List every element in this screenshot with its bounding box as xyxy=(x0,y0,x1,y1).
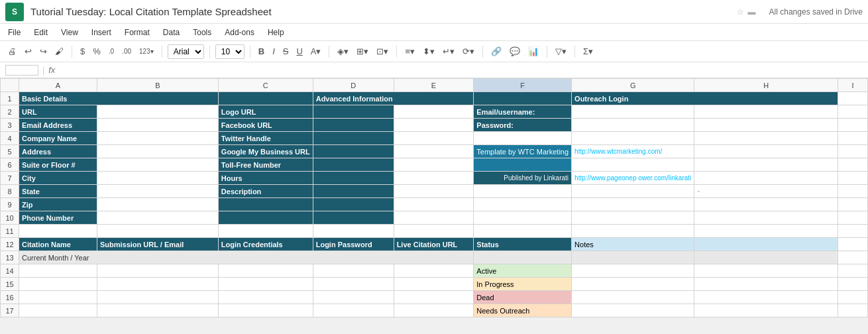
linkarati-link[interactable]: http://www.pageonep ower.com/linkarati xyxy=(572,172,694,185)
menu-data[interactable]: Data xyxy=(160,27,182,38)
r15-c[interactable] xyxy=(218,278,313,291)
password-label[interactable]: Password: xyxy=(474,119,572,132)
email-username-label[interactable]: Email/username: xyxy=(474,105,572,119)
state-value[interactable] xyxy=(97,185,218,198)
phone-value[interactable] xyxy=(97,211,218,225)
city-label[interactable]: City xyxy=(19,172,97,185)
menu-insert[interactable]: Insert xyxy=(89,27,114,38)
zip-value[interactable] xyxy=(97,198,218,211)
menu-edit[interactable]: Edit xyxy=(31,27,50,38)
description-label[interactable]: Description xyxy=(218,185,313,198)
suite-label[interactable]: Suite or Floor # xyxy=(19,158,97,172)
menu-tools[interactable]: Tools xyxy=(190,27,214,38)
login-credentials-col[interactable]: Login Credentials xyxy=(218,238,313,251)
city-value[interactable] xyxy=(97,172,218,185)
current-month-cell[interactable]: Current Month / Year xyxy=(19,251,474,264)
redo-button[interactable]: ↪ xyxy=(37,45,50,58)
bold-button[interactable]: B xyxy=(256,45,267,58)
font-select[interactable]: Arial xyxy=(168,44,204,59)
r16-e[interactable] xyxy=(394,291,474,304)
r15-b[interactable] xyxy=(97,278,218,291)
r15-d[interactable] xyxy=(313,278,394,291)
font-size-select[interactable]: 10 xyxy=(215,44,244,59)
r14-c[interactable] xyxy=(218,264,313,278)
citation-name-col[interactable]: Citation Name xyxy=(19,238,97,251)
notes-col[interactable]: Notes xyxy=(572,238,694,251)
state-label[interactable]: State xyxy=(19,185,97,198)
undo-button[interactable]: ↩ xyxy=(22,45,34,58)
col-header-D[interactable]: D xyxy=(313,79,394,92)
menu-format[interactable]: Format xyxy=(122,27,152,38)
spreadsheet-container[interactable]: A B C D E F G H I 1 Basic Details Advanc… xyxy=(0,78,868,317)
r16-d[interactable] xyxy=(313,291,394,304)
filter-button[interactable]: ▽▾ xyxy=(553,45,569,58)
strikethrough-button[interactable]: S xyxy=(280,45,292,58)
r16-a[interactable] xyxy=(19,291,97,304)
phone-label[interactable]: Phone Number xyxy=(19,211,97,225)
cell-reference-input[interactable] xyxy=(5,65,38,76)
col-header-I[interactable]: I xyxy=(838,79,868,92)
email-username-value[interactable] xyxy=(572,105,694,119)
r17-g[interactable] xyxy=(572,304,694,317)
fill-color-button[interactable]: ◈▾ xyxy=(335,45,351,58)
italic-button[interactable]: I xyxy=(270,45,278,58)
align-v-button[interactable]: ⬍▾ xyxy=(420,45,437,58)
password-value[interactable] xyxy=(572,119,694,132)
format-button[interactable]: 123▾ xyxy=(136,46,156,56)
menu-view[interactable]: View xyxy=(58,27,81,38)
login-password-col[interactable]: Login Password xyxy=(313,238,394,251)
status-active-cell[interactable]: Active xyxy=(474,264,572,278)
r14-d[interactable] xyxy=(313,264,394,278)
rotate-button[interactable]: ⟳▾ xyxy=(460,45,477,58)
decimal-decrease-button[interactable]: .0 xyxy=(106,46,117,56)
wrap-button[interactable]: ↵▾ xyxy=(440,45,457,58)
live-citation-col[interactable]: Live Citation URL xyxy=(394,238,474,251)
borders-button[interactable]: ⊞▾ xyxy=(354,45,371,58)
gmb-label[interactable]: Google My Business URL xyxy=(218,145,313,158)
col-header-A[interactable]: A xyxy=(19,79,97,92)
r15-g[interactable] xyxy=(572,278,694,291)
text-color-button[interactable]: A▾ xyxy=(308,45,324,58)
r14-a[interactable] xyxy=(19,264,97,278)
col-header-C[interactable]: C xyxy=(218,79,313,92)
menu-file[interactable]: File xyxy=(5,27,23,38)
link-button[interactable]: 🔗 xyxy=(488,45,504,58)
r17-a[interactable] xyxy=(19,304,97,317)
folder-icon[interactable]: ▬ xyxy=(748,7,756,17)
email-address-label[interactable]: Email Address xyxy=(19,119,97,132)
address-value[interactable] xyxy=(97,145,218,158)
comment-button[interactable]: 💬 xyxy=(507,45,523,58)
percent-button[interactable]: % xyxy=(90,45,103,58)
r15-e[interactable] xyxy=(394,278,474,291)
basic-details-cell[interactable]: Basic Details xyxy=(19,92,219,105)
r14-e[interactable] xyxy=(394,264,474,278)
address-label[interactable]: Address xyxy=(19,145,97,158)
zip-label[interactable]: Zip xyxy=(19,198,97,211)
r16-b[interactable] xyxy=(97,291,218,304)
url-value[interactable] xyxy=(97,105,218,119)
facebook-url-label[interactable]: Facebook URL xyxy=(218,119,313,132)
star-icon[interactable]: ☆ xyxy=(737,7,744,17)
submission-url-col[interactable]: Submission URL / Email xyxy=(97,238,218,251)
outreach-login-cell[interactable]: Outreach Login xyxy=(572,92,838,105)
r17-d[interactable] xyxy=(313,304,394,317)
col-header-B[interactable]: B xyxy=(97,79,218,92)
hours-label[interactable]: Hours xyxy=(218,172,313,185)
status-inprogress-cell[interactable]: In Progress xyxy=(474,278,572,291)
company-name-value[interactable] xyxy=(97,132,218,145)
underline-button[interactable]: U xyxy=(294,45,305,58)
paint-format-button[interactable]: 🖌 xyxy=(52,45,66,58)
advanced-info-cell[interactable]: Advanced Information xyxy=(313,92,474,105)
logo-url-label[interactable]: Logo URL xyxy=(218,105,313,119)
col-header-H[interactable]: H xyxy=(694,79,838,92)
print-button[interactable]: 🖨 xyxy=(5,45,19,58)
company-name-label[interactable]: Company Name xyxy=(19,132,97,145)
r17-b[interactable] xyxy=(97,304,218,317)
r14-g[interactable] xyxy=(572,264,694,278)
suite-value[interactable] xyxy=(97,158,218,172)
currency-button[interactable]: $ xyxy=(78,45,87,58)
chart-button[interactable]: 📊 xyxy=(525,45,541,58)
align-h-button[interactable]: ≡▾ xyxy=(402,45,417,58)
status-dead-cell[interactable]: Dead xyxy=(474,291,572,304)
sigma-button[interactable]: Σ▾ xyxy=(580,45,596,58)
